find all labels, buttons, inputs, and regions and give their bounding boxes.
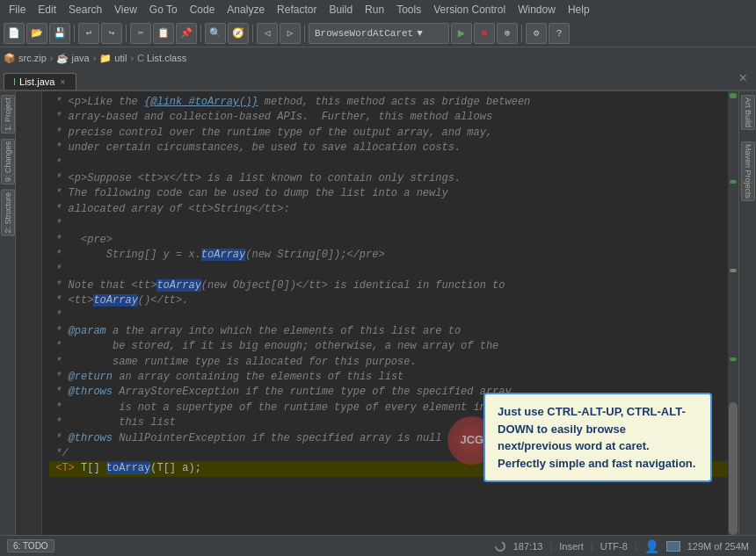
stop-btn[interactable]: ■ bbox=[474, 23, 495, 44]
tab-icon: I bbox=[13, 76, 16, 87]
menu-edit[interactable]: Edit bbox=[33, 2, 62, 18]
tab-list-java[interactable]: I List.java × bbox=[4, 73, 76, 90]
breadcrumb-sep2: › bbox=[93, 53, 97, 63]
maven-panel-tab[interactable]: Maven Projects bbox=[741, 141, 755, 201]
line-col-value: 187:13 bbox=[513, 541, 543, 552]
nav-btn[interactable]: 🧭 bbox=[228, 23, 249, 44]
scroll-mark-2 bbox=[730, 269, 737, 272]
user-icon-area: 👤 bbox=[644, 539, 659, 553]
java-icon: ☕ bbox=[56, 53, 69, 64]
class-icon: C bbox=[137, 53, 144, 63]
memory-value: 129M of 254M bbox=[687, 541, 749, 552]
line-col-status: 187:13 bbox=[513, 541, 543, 552]
color-indicator bbox=[666, 541, 680, 552]
status-spinner bbox=[494, 540, 506, 552]
forward-btn[interactable]: ▷ bbox=[280, 23, 301, 44]
new-file-btn[interactable]: 📄 bbox=[4, 23, 25, 44]
insert-mode-status[interactable]: Insert bbox=[559, 541, 584, 552]
user-avatar-icon: 👤 bbox=[644, 539, 659, 553]
scrollbar-thumb[interactable] bbox=[729, 402, 738, 536]
status-sep1: | bbox=[549, 541, 552, 552]
code-line: * bbox=[49, 156, 731, 171]
scroll-mark-1 bbox=[730, 180, 737, 184]
util-icon: 📁 bbox=[99, 53, 112, 64]
menu-search[interactable]: Search bbox=[63, 2, 107, 18]
svg-point-0 bbox=[496, 542, 505, 551]
menu-file[interactable]: File bbox=[4, 2, 31, 18]
callout-tooltip: Just use CTRL-ALT-UP, CTRL-ALT-DOWN to e… bbox=[483, 393, 712, 482]
back-btn[interactable]: ◁ bbox=[257, 23, 278, 44]
code-line: * bbox=[49, 263, 731, 278]
menu-vcs[interactable]: Version Control bbox=[428, 2, 511, 18]
encoding-status[interactable]: UTF-8 bbox=[600, 541, 628, 552]
menu-run[interactable]: Run bbox=[360, 2, 389, 18]
code-line: * array-based and collection-based APIs.… bbox=[49, 110, 731, 125]
scroll-mark-3 bbox=[730, 357, 737, 361]
sep6 bbox=[521, 25, 522, 42]
code-line: * <p>Like the {@link #toArray()} method,… bbox=[49, 95, 731, 110]
menu-goto[interactable]: Go To bbox=[144, 2, 183, 18]
menu-help[interactable]: Help bbox=[563, 2, 595, 18]
code-line: * be stored, if it is big enough; otherw… bbox=[49, 339, 731, 354]
breadcrumb-srczip-label: src.zip bbox=[18, 53, 47, 63]
code-line: * allocated array of <tt>String</tt>: bbox=[49, 202, 731, 217]
breadcrumb-class[interactable]: C List.class bbox=[137, 53, 186, 63]
zip-icon: 📦 bbox=[4, 53, 16, 64]
insert-mode-value: Insert bbox=[559, 541, 584, 552]
status-bar: 6: TODO 187:13 | Insert | UTF-8 | 👤 129M… bbox=[0, 535, 756, 556]
scroll-indicator bbox=[728, 91, 738, 535]
structure-panel-tab[interactable]: 2: Structure bbox=[1, 190, 15, 236]
run-config-dropdown[interactable]: BrowseWordAtCaret ▼ bbox=[309, 23, 449, 44]
code-line: * <pre> bbox=[49, 233, 731, 248]
breadcrumb-java[interactable]: ☕ java bbox=[56, 53, 89, 64]
breadcrumb-class-label: List.class bbox=[147, 53, 186, 63]
save-btn[interactable]: 💾 bbox=[49, 23, 70, 44]
copy-btn[interactable]: 📋 bbox=[153, 23, 174, 44]
menu-window[interactable]: Window bbox=[512, 2, 561, 18]
breadcrumb-srczip[interactable]: 📦 src.zip bbox=[4, 53, 47, 64]
breadcrumb-util-label: util bbox=[114, 53, 127, 63]
close-editor-btn[interactable]: × bbox=[733, 69, 752, 89]
sep2 bbox=[126, 25, 127, 42]
sep5 bbox=[304, 25, 305, 42]
tab-label: List.java bbox=[19, 76, 55, 87]
code-line: * The following code can be used to dump… bbox=[49, 186, 731, 201]
code-area[interactable]: * <p>Like the {@link #toArray()} method,… bbox=[42, 91, 738, 535]
changes-panel-tab[interactable]: 9: Changes bbox=[1, 139, 15, 184]
cut-btn[interactable]: ✂ bbox=[130, 23, 151, 44]
code-line: * bbox=[49, 217, 731, 232]
dropdown-arrow-icon: ▼ bbox=[417, 28, 423, 39]
toolbar: 📄 📂 💾 ↩ ↪ ✂ 📋 📌 🔍 🧭 ◁ ▷ BrowseWordAtCare… bbox=[0, 19, 756, 47]
coverage-btn[interactable]: ⊕ bbox=[497, 23, 518, 44]
line-gutter bbox=[16, 91, 42, 535]
todo-badge[interactable]: 6: TODO bbox=[7, 539, 55, 552]
art-build-panel-tab[interactable]: Art Build bbox=[741, 95, 755, 130]
menu-build[interactable]: Build bbox=[323, 2, 358, 18]
menu-view[interactable]: View bbox=[109, 2, 142, 18]
find-btn[interactable]: 🔍 bbox=[205, 23, 226, 44]
breadcrumb-bar: 📦 src.zip › ☕ java › 📁 util › C List.cla… bbox=[0, 47, 756, 69]
undo-btn[interactable]: ↩ bbox=[78, 23, 99, 44]
project-panel-tab[interactable]: 1: Project bbox=[1, 95, 15, 134]
code-line: * @param a the array into which the elem… bbox=[49, 324, 731, 339]
code-editor: * <p>Like the {@link #toArray()} method,… bbox=[16, 91, 738, 535]
editor-tabs: I List.java × × bbox=[0, 69, 756, 91]
paste-btn[interactable]: 📌 bbox=[176, 23, 197, 44]
open-btn[interactable]: 📂 bbox=[26, 23, 47, 44]
menu-analyze[interactable]: Analyze bbox=[222, 2, 270, 18]
code-line: * String[] y = x.toArray(new String[0]);… bbox=[49, 248, 731, 263]
menu-tools[interactable]: Tools bbox=[391, 2, 426, 18]
code-line: * @return an array containing the elemen… bbox=[49, 370, 731, 385]
code-line: * <p>Suppose <tt>x</tt> is a list known … bbox=[49, 171, 731, 186]
breadcrumb-java-label: java bbox=[71, 53, 89, 63]
settings-btn[interactable]: ⚙ bbox=[526, 23, 547, 44]
status-sep2: | bbox=[591, 541, 593, 552]
menu-code[interactable]: Code bbox=[185, 2, 221, 18]
breadcrumb-util[interactable]: 📁 util bbox=[99, 53, 127, 64]
help-btn[interactable]: ? bbox=[549, 23, 570, 44]
menu-refactor[interactable]: Refactor bbox=[272, 2, 322, 18]
memory-status[interactable]: 129M of 254M bbox=[687, 541, 749, 552]
redo-btn[interactable]: ↪ bbox=[101, 23, 122, 44]
run-btn[interactable]: ▶ bbox=[451, 23, 472, 44]
tab-close-btn[interactable]: × bbox=[58, 77, 67, 87]
